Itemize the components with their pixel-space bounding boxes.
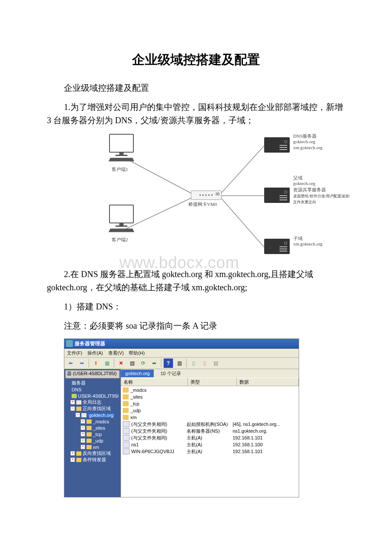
parent-server-icon [264,188,290,203]
menu-view[interactable]: 查看(V) [108,350,124,356]
tree-xm[interactable]: +xm [65,444,120,450]
record-data: [45], ns1.goktech.org... [233,422,299,427]
folder-icon [123,387,129,393]
record-name: _sites [130,394,186,399]
dns-line1: DNS服务器 [293,133,317,139]
record-row[interactable]: ns1主机(A)192.168.1.100 [121,441,299,448]
list-button-3[interactable]: ▤ [211,358,220,368]
folder-icon [123,401,129,406]
col-data[interactable]: 数据 [237,378,299,386]
doc-title: 企业级域控搭建及配置 [47,51,345,69]
switch-label: 桥接网卡VM0 [188,201,217,208]
tree-dns[interactable]: DNS [65,386,120,393]
paragraph-3: 1）搭建 DNS： [47,300,345,313]
menu-help[interactable]: 帮助(H) [129,350,144,356]
child-line1: 子域 [293,235,303,242]
svg-line-0 [126,159,192,194]
folder-icon [123,394,129,399]
menubar: 文件(F) 操作(A) 查看(V) 帮助(H) [64,349,299,358]
list-button-1[interactable]: ▯ [189,358,198,368]
svg-line-2 [222,146,264,193]
help-button[interactable]: ? [164,358,173,368]
record-name: (与父文件夹相同) [131,435,187,441]
toolbar: ⬅ ➡ ⬆ ▦ ✕ ▤ ⟳ ➦ ? ▥ ▯ ▯ ▤ [64,358,299,369]
properties-button[interactable]: ▤ [127,358,137,368]
dns-line3: xm.goktech.org [293,145,323,150]
record-row[interactable]: (与父文件夹相同)起始授权机构(SOA)[45], ns1.goktech.or… [121,421,299,428]
record-name: _tcp [130,401,186,406]
record-list-panel: goktech.org 10 个记录 名称 类型 数据 _msdcs_sites… [121,369,299,497]
record-rows: _msdcs_sites_tcp_udpxm(与父文件夹相同)起始授权机构(SO… [121,386,299,497]
tree-cond-fwd[interactable]: +条件转发器 [65,457,120,463]
svg-line-4 [222,199,264,247]
back-button[interactable]: ⬅ [66,358,75,368]
client2-icon [107,205,136,234]
record-icon [123,428,130,434]
record-name: xm [130,415,186,420]
show-button[interactable]: ▦ [102,358,112,368]
parent-line5: 文件夹重定向 [293,199,316,205]
tree-computer[interactable]: USER-4S8DLJT95I [65,393,120,399]
tree-fwd-zones[interactable]: −正向查找区域 [65,405,120,412]
window-title: 服务器管理器 [75,340,105,347]
doc-subtitle: 企业级域控搭建及配置 [47,81,345,95]
refresh-button[interactable]: ⟳ [138,358,148,368]
menu-file[interactable]: 文件(F) [67,350,82,356]
record-row[interactable]: WIN-6P6CJGQVBJJ主机(A)192.168.1.101 [121,448,299,455]
record-name: (与父文件夹相同) [131,428,187,434]
record-row[interactable]: _udp [121,407,299,414]
record-row[interactable]: xm [121,414,299,421]
tree-sites[interactable]: +_sites [65,425,120,431]
folder-icon [123,415,129,420]
titlebar[interactable]: 服务器管理器 [64,339,299,349]
record-row[interactable]: _msdcs [121,387,299,393]
paragraph-1: 1.为了增强对公司用户的集中管控，国科科技规划在企业部部署域控，新增 3 台服务… [47,101,345,127]
record-name: (与父文件夹相同) [131,421,187,428]
tree-global-log[interactable]: +全局日志 [65,399,120,405]
record-data: 192.168.1.101 [233,449,299,454]
zone-tab[interactable]: goktech.org [121,370,154,377]
record-row[interactable]: (与父文件夹相同)名称服务器(NS)ns1.goktech.org. [121,428,299,434]
dns-line2: goktech.org [293,139,315,144]
tree-udp[interactable]: +_udp [65,437,120,444]
paragraph-4: 注意：必须要将 soa 记录指向一条 A 记录 [47,319,345,332]
parent-line3: 资源共享服务器 [293,187,326,193]
record-type: 名称服务器(NS) [187,428,233,434]
list-button-2[interactable]: ▯ [200,358,209,368]
client1-icon [107,134,136,164]
client1-label: 客户端1 [112,166,128,173]
record-row[interactable]: (与父文件夹相同)主机(A)192.168.1.101 [121,434,299,441]
network-diagram: 客户端1 客户端2 ▼▼▼▼▼⌧ 桥接网卡VM0 DNS服务器 goktech.… [81,133,311,265]
record-icon [123,448,130,454]
col-name[interactable]: 名称 [121,378,188,386]
record-data: ns1.goktech.org. [233,428,299,434]
option-button[interactable]: ▥ [175,358,184,368]
tree-servers[interactable]: 服务器 [65,380,120,386]
tree-msdcs[interactable]: +_msdcs [65,418,120,425]
child-line2: xm.goktech.org [293,241,323,246]
forward-button[interactable]: ➡ [77,358,86,368]
folder-icon [123,408,129,413]
record-row[interactable]: _tcp [121,400,299,407]
export-button[interactable]: ➦ [150,358,159,368]
parent-line2: goktech.org [293,181,315,186]
tree-rev-zones[interactable]: +反向查找区域 [65,450,120,457]
up-button[interactable]: ⬆ [91,358,101,368]
menu-action[interactable]: 操作(A) [87,350,103,356]
record-type: 主机(A) [187,448,233,455]
record-row[interactable]: _sites [121,393,299,400]
record-data: 192.168.1.100 [233,442,299,447]
col-type[interactable]: 类型 [188,378,237,386]
delete-button[interactable]: ✕ [116,358,126,368]
client2-label: 客户端2 [112,237,128,243]
tree-tcp[interactable]: +_tcp [65,431,120,437]
record-data: 192.168.1.101 [233,435,299,440]
record-type: 主机(A) [187,442,233,448]
record-name: _udp [130,408,186,413]
child-server-icon [264,239,290,254]
record-icon [123,435,130,441]
tree-goktech[interactable]: −goktech.org [65,412,120,418]
tree-header: 器 (USER-4S8DLJT95I) [65,370,120,379]
switch-icon: ▼▼▼▼▼⌧ [191,191,222,200]
column-headers: 名称 类型 数据 [121,378,299,386]
